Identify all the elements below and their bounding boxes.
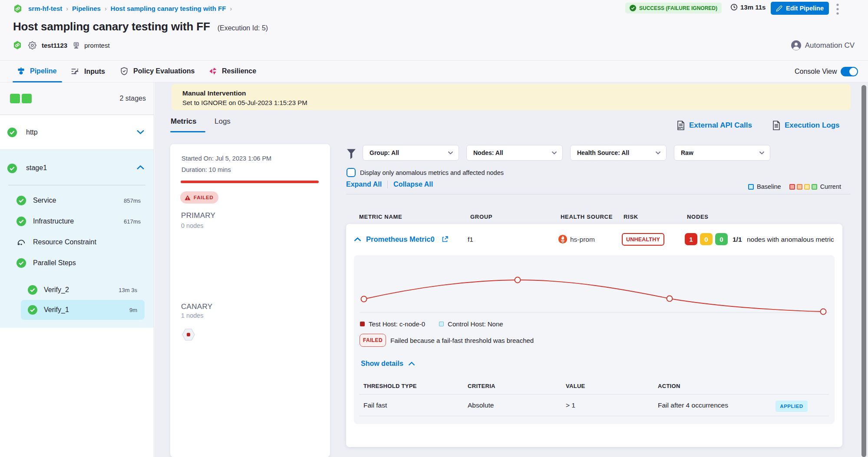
svg-text:API: API xyxy=(678,126,683,129)
